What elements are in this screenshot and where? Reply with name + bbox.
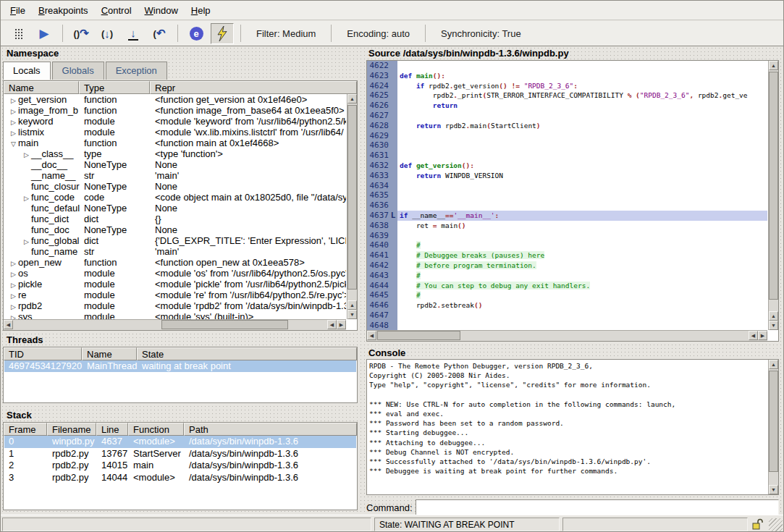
line-number-gutter[interactable]: 4629 <box>367 131 397 141</box>
namespace-row[interactable]: ▷func_codecode<code object main at 0x180… <box>4 192 346 203</box>
namespace-row[interactable]: ▷func_globaldict{'DLG_EXPR_TITLE': 'Ente… <box>4 235 346 246</box>
expander-icon[interactable]: ▷ <box>9 291 18 300</box>
line-number-gutter[interactable]: 4637L <box>367 211 397 221</box>
line-number-gutter[interactable]: 4633 <box>367 171 397 181</box>
line-number-gutter[interactable]: 4622 <box>367 61 397 71</box>
scroll-up-button[interactable] <box>347 300 357 310</box>
namespace-horizontal-scrollbar[interactable] <box>4 319 346 330</box>
menu-window[interactable]: Window <box>138 2 185 19</box>
line-number-gutter[interactable]: 4639 <box>367 231 397 241</box>
column-header-line[interactable]: Line <box>96 423 128 436</box>
line-number-gutter[interactable]: 4631 <box>367 151 397 161</box>
expander-icon[interactable]: ▷ <box>9 117 18 127</box>
expander-icon[interactable]: ▷ <box>9 106 18 116</box>
namespace-row[interactable]: func_defaulNoneTypeNone <box>4 203 346 214</box>
scroll-up-button[interactable] <box>769 61 778 70</box>
column-header-filename[interactable]: Filename <box>47 423 96 436</box>
namespace-row[interactable]: ▷osmodule<module 'os' from '/usr/lib64/p… <box>4 268 346 279</box>
console-vertical-scrollbar[interactable] <box>768 360 778 494</box>
scrollbar-thumb[interactable] <box>161 320 288 329</box>
next-button[interactable]: ()↷ <box>69 23 93 44</box>
column-header-name[interactable]: Name <box>4 81 79 94</box>
namespace-row[interactable]: ▷get_versionfunction<function get_versio… <box>4 94 346 105</box>
scrollbar-thumb[interactable] <box>769 72 778 300</box>
namespace-row[interactable]: ▷remodule<module 're' from '/usr/lib64/p… <box>4 290 346 300</box>
namespace-row[interactable]: func_namestr'main' <box>4 246 346 257</box>
scroll-up-button[interactable] <box>769 311 778 321</box>
column-header-function[interactable]: Function <box>128 423 184 436</box>
scroll-right-button[interactable] <box>337 320 346 329</box>
break-button[interactable] <box>7 23 30 44</box>
tab-globals[interactable]: Globals <box>52 62 104 80</box>
scroll-left-button[interactable] <box>4 320 13 329</box>
resize-grip[interactable] <box>769 518 783 532</box>
namespace-row[interactable]: ▷rpdb2module<module 'rpdb2' from '/data/… <box>4 300 346 311</box>
thread-row[interactable]: 46974534127920MainThreadwaiting at break… <box>4 360 356 372</box>
scrollbar-thumb[interactable] <box>769 371 778 472</box>
line-number-gutter[interactable]: 4636 <box>367 200 397 211</box>
menu-control[interactable]: Control <box>95 2 138 19</box>
column-header-state[interactable]: State <box>137 347 357 360</box>
line-number-gutter[interactable]: 4625 <box>367 90 397 101</box>
expander-icon[interactable]: ▷ <box>9 313 18 319</box>
namespace-row[interactable]: func_dictdict{} <box>4 214 346 224</box>
expander-icon[interactable]: ▷ <box>9 96 18 105</box>
synchronicity-button[interactable] <box>211 23 234 44</box>
goto-button[interactable]: ↓ <box>122 23 145 44</box>
column-header-repr[interactable]: Repr <box>150 81 357 94</box>
expander-icon[interactable]: ▷ <box>22 237 31 246</box>
scroll-up-button[interactable] <box>347 94 357 104</box>
line-number-gutter[interactable]: 4645 <box>367 290 397 300</box>
namespace-row[interactable]: func_closurNoneTypeNone <box>4 181 346 192</box>
scroll-right-button[interactable] <box>758 331 767 340</box>
menu-file[interactable]: File <box>4 2 32 19</box>
line-number-gutter[interactable]: 4635 <box>367 190 397 200</box>
column-header-path[interactable]: Path <box>184 423 357 436</box>
step-into-button[interactable]: (↓) <box>96 23 119 44</box>
scroll-left-button[interactable] <box>749 331 758 340</box>
stack-row[interactable]: 2rpdb2.py14015main/data/sys/bin/winpdb-1… <box>4 460 356 472</box>
scroll-left-button[interactable] <box>367 331 376 340</box>
namespace-row[interactable]: ▷open_newfunction<function open_new at 0… <box>4 257 346 268</box>
line-number-gutter[interactable]: 4647 <box>367 311 397 321</box>
expander-icon[interactable]: ▽ <box>9 139 18 148</box>
line-number-gutter[interactable]: 4627 <box>367 111 397 121</box>
go-button[interactable]: ▶ <box>33 23 56 44</box>
namespace-row[interactable]: ▷sysmodule<module 'sys' (built-in)> <box>4 311 346 319</box>
namespace-vertical-scrollbar[interactable] <box>347 94 357 319</box>
namespace-row[interactable]: ▽mainfunction<function main at 0x1ef4668… <box>4 138 346 148</box>
line-number-gutter[interactable]: 4628 <box>367 121 397 131</box>
expander-icon[interactable]: ▷ <box>9 128 18 138</box>
line-number-gutter[interactable]: 4640 <box>367 240 397 250</box>
line-number-gutter[interactable]: 4630 <box>367 140 397 151</box>
scroll-down-button[interactable] <box>347 310 357 319</box>
line-number-gutter[interactable]: 4644 <box>367 281 397 291</box>
expander-icon[interactable]: ▷ <box>9 269 18 279</box>
namespace-row[interactable]: func_docNoneTypeNone <box>4 224 346 235</box>
line-number-gutter[interactable]: 4623 <box>367 71 397 81</box>
menu-breakpoints[interactable]: Breakpoints <box>32 2 95 19</box>
tab-exception[interactable]: Exception <box>106 62 167 80</box>
line-number-gutter[interactable]: 4632 <box>367 161 397 171</box>
column-header-frame[interactable]: Frame <box>4 423 47 436</box>
stack-row[interactable]: 1rpdb2.py13767StartServer/data/sys/bin/w… <box>4 448 356 460</box>
line-number-gutter[interactable]: 4641 <box>367 250 397 261</box>
scrollbar-thumb[interactable] <box>347 105 357 290</box>
source-view[interactable]: 46224623def main():4624 if rpdb2.get_ver… <box>366 60 779 342</box>
line-number-gutter[interactable]: 4634 <box>367 181 397 191</box>
stack-row[interactable]: 3rpdb2.py14044<module>/data/sys/bin/winp… <box>4 472 356 484</box>
scrollbar-thumb[interactable] <box>377 331 460 340</box>
namespace-row[interactable]: __doc__NoneTypeNone <box>4 159 346 170</box>
line-number-gutter[interactable]: 4643 <box>367 271 397 281</box>
namespace-row[interactable]: ▷__class__type<type 'function'> <box>4 148 346 159</box>
line-number-gutter[interactable]: 4648 <box>367 321 397 330</box>
namespace-row[interactable]: __name__str'main' <box>4 170 346 181</box>
column-header-type[interactable]: Type <box>79 81 150 94</box>
source-vertical-scrollbar[interactable] <box>768 61 778 330</box>
namespace-row[interactable]: ▷picklemodule<module 'pickle' from '/usr… <box>4 279 346 290</box>
scroll-left-button[interactable] <box>327 320 337 329</box>
scroll-up-button[interactable] <box>769 360 778 369</box>
stack-row[interactable]: 0winpdb.py4637<module>/data/sys/bin/winp… <box>4 436 356 448</box>
namespace-row[interactable]: ▷listmixmodule<module 'wx.lib.mixins.lis… <box>4 127 346 138</box>
line-number-gutter[interactable]: 4624 <box>367 81 397 91</box>
